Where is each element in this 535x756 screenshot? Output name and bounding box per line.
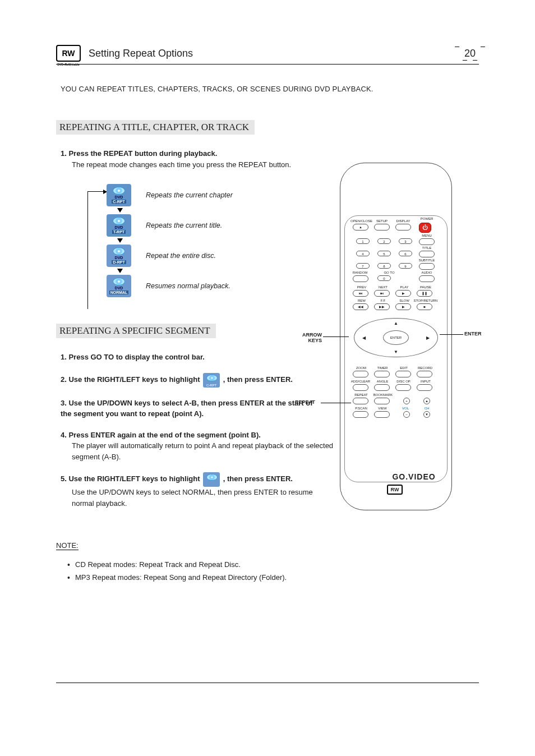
flow-desc: Repeats the current chapter xyxy=(146,191,233,199)
btn-ch-down: ▼ xyxy=(423,411,430,418)
btn-slow: ▶ xyxy=(395,303,411,310)
heading-repeat-tct: REPEATING A TITLE, CHAPTER, OR TRACK xyxy=(56,120,255,135)
btn-subtitle xyxy=(419,263,435,270)
lbl-menu: MENU xyxy=(418,234,436,237)
lbl-edit: EDIT xyxy=(395,366,412,370)
note-item: MP3 Repeat modes: Repeat Song and Repeat… xyxy=(67,571,479,584)
s2-step4-body: The player will automatically return to … xyxy=(72,440,341,462)
lbl-vol: VOL xyxy=(399,407,412,410)
page-header: RW DVD+ReWritable Setting Repeat Options… xyxy=(56,45,479,64)
btn-display xyxy=(395,224,411,231)
lbl-bookmark: BOOKMARK xyxy=(372,393,394,397)
remote-panel: OPEN/CLOSE SETUP DISPLAY POWER ▲ ⏻ MENU … xyxy=(344,215,448,482)
s2-step1-text: 1. Press GO TO to display the control ba… xyxy=(61,352,314,363)
flow-row-trpt: DVD T-RPT Repeats the current title. xyxy=(107,210,314,241)
disc-icon xyxy=(113,247,125,255)
repeat-flow-diagram: DVD C-RPT Repeats the current chapter DV… xyxy=(107,180,314,301)
s1-step1: 1. Press the REPEAT button during playba… xyxy=(61,148,314,170)
state-label: T-RPT xyxy=(112,230,126,234)
s2-step5b: , then press ENTER. xyxy=(223,474,293,483)
flow-loop-line xyxy=(87,191,88,309)
flow-desc: Repeat the entire disc. xyxy=(146,252,216,260)
btn-num9: 9 xyxy=(399,263,412,269)
footer-rule xyxy=(56,683,479,683)
brand-rw-badge: RW xyxy=(387,485,403,495)
dpad: ▲ ▼ ◀ ▶ ENTER xyxy=(354,318,438,357)
lbl-ch: CH xyxy=(420,407,433,410)
btn-prev: ⏮ xyxy=(353,290,368,297)
s2-step5a: 5. Use the RIGHT/LEFT keys to highlight xyxy=(61,474,200,483)
btn-view xyxy=(374,411,390,418)
btn-setup xyxy=(374,224,390,231)
callout-repeat: REPEAT xyxy=(295,399,315,405)
brand-logo: GO.VIDEO xyxy=(348,472,480,481)
lbl-setup: SETUP xyxy=(374,219,390,223)
btn-record xyxy=(417,371,432,377)
flow-desc: Repeats the current title. xyxy=(146,222,222,229)
notes-list: CD Repeat modes: Repeat Track and Repeat… xyxy=(67,558,479,584)
s1-step1-body: The repeat mode changes each time you pr… xyxy=(72,159,314,170)
arrow-right-icon: ▶ xyxy=(426,335,430,340)
state-icon-crpt: DVD C-RPT xyxy=(107,184,131,206)
page-title: Setting Repeat Options xyxy=(89,48,461,59)
rw-badge-sub: DVD+ReWritable xyxy=(52,63,85,66)
lbl-power: POWER xyxy=(418,217,436,220)
disc-icon xyxy=(113,187,125,195)
btn-pause: ❚❚ xyxy=(417,290,432,297)
lbl-discop: DISC OP. xyxy=(394,380,413,383)
state-icon-normal: DVD NORMAL xyxy=(107,275,131,297)
arrow-up-icon: ▲ xyxy=(394,321,398,326)
s2-step2b: , then press ENTER. xyxy=(223,375,293,384)
state-icon-drpt: DVD D-RPT xyxy=(107,245,131,267)
callout-enter: ENTER xyxy=(464,331,482,336)
page-number: 20 xyxy=(461,48,479,59)
lbl-pscan: P.SCAN xyxy=(353,407,370,410)
state-label: C-RPT xyxy=(112,200,126,204)
btn-num4: 4 xyxy=(356,251,370,256)
btn-pscan xyxy=(353,411,368,418)
btn-num3: 3 xyxy=(399,238,412,244)
btn-stop: ■ xyxy=(417,303,432,310)
section-repeat-tct: REPEATING A TITLE, CHAPTER, OR TRACK 1. … xyxy=(56,120,314,301)
flow-row-normal: DVD NORMAL Resumes normal playback. xyxy=(107,271,314,301)
btn-zoom xyxy=(353,371,368,377)
inline-crpt-icon: C-RPT xyxy=(203,373,220,388)
inline-icon xyxy=(203,472,220,487)
lbl-play: PLAY xyxy=(396,285,412,289)
lbl-input: INPUT xyxy=(417,380,435,383)
lbl-ff: F.F xyxy=(375,299,391,302)
btn-timer xyxy=(374,371,390,377)
flow-arrow-in xyxy=(87,191,107,192)
s2-step2a: 2. Use the RIGHT/LEFT keys to highlight xyxy=(61,375,200,384)
s2-step3: 3. Use the UP/DOWN keys to select A-B, t… xyxy=(61,398,314,420)
lbl-next: NEXT xyxy=(375,285,391,289)
btn-vol-up: + xyxy=(403,398,410,404)
callout-line xyxy=(440,334,463,335)
s2-step5: 5. Use the RIGHT/LEFT keys to highlight … xyxy=(61,472,314,509)
btn-next: ⏭ xyxy=(374,290,390,297)
disc-icon xyxy=(113,278,125,285)
lbl-zoom: ZOOM xyxy=(353,366,370,370)
s2-step5-body: Use the UP/DOWN keys to select NORMAL, t… xyxy=(72,487,314,509)
btn-num8: 8 xyxy=(377,263,391,269)
lbl-subtitle: SUBTITLE xyxy=(417,259,437,262)
btn-num5: 5 xyxy=(377,251,391,256)
heading-repeat-segment: REPEATING A SPECIFIC SEGMENT xyxy=(56,324,216,338)
s1-step1-bold: 1. Press the REPEAT button during playba… xyxy=(61,148,314,159)
lbl-record: RECORD xyxy=(416,366,435,370)
btn-enter: ENTER xyxy=(383,330,409,345)
btn-audio xyxy=(419,275,435,282)
btn-play: ▶ xyxy=(395,290,411,297)
lbl-display: DISPLAY xyxy=(394,219,412,223)
btn-bookmark xyxy=(374,398,390,404)
state-label: NORMAL xyxy=(109,291,129,294)
btn-title xyxy=(419,251,435,257)
intro-text: YOU CAN REPEAT TITLES, CHAPTERS, TRACKS,… xyxy=(61,85,479,93)
flow-row-drpt: DVD D-RPT Repeat the entire disc. xyxy=(107,241,314,271)
btn-repeat xyxy=(353,398,368,404)
lbl-angle: ANGLE xyxy=(374,380,391,383)
btn-random xyxy=(353,275,368,282)
note-item: CD Repeat modes: Repeat Track and Repeat… xyxy=(67,558,479,571)
btn-num0: 0 xyxy=(377,275,391,281)
btn-num2: 2 xyxy=(377,238,391,244)
